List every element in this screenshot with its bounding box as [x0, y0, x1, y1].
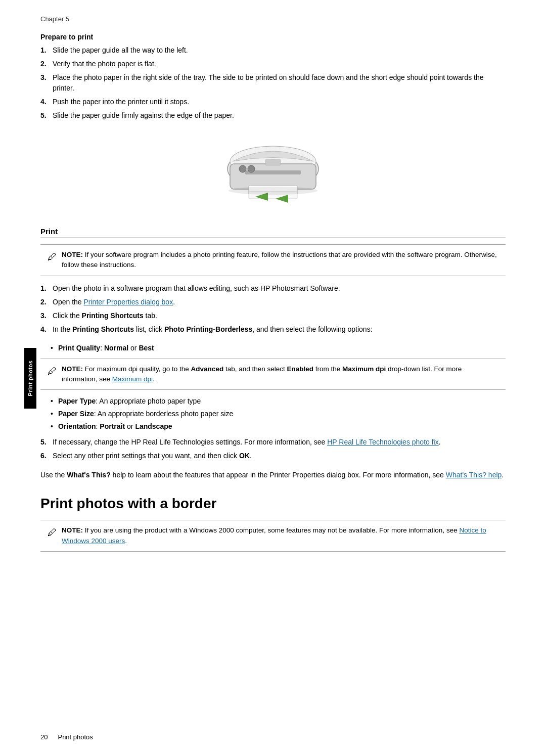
prepare-heading: Prepare to print — [40, 33, 506, 41]
border-note-text: NOTE: If you are using the product with … — [62, 525, 498, 546]
step-num: 6. — [40, 451, 53, 461]
step-text: Open the photo in a software program tha… — [53, 283, 506, 294]
prepare-step-4: 4. Push the paper into the printer until… — [40, 97, 506, 107]
step-num: 5. — [40, 437, 53, 448]
note-label: NOTE: — [62, 251, 83, 258]
step-text: Place the photo paper in the right side … — [53, 72, 506, 94]
print-step-3: 3. Click the Printing Shortcuts tab. — [40, 310, 506, 321]
step-text: Verify that the photo paper is flat. — [53, 59, 506, 69]
bullet-text: Print Quality: Normal or Best — [58, 343, 506, 353]
whats-this-link[interactable]: What's This? help — [446, 471, 502, 479]
step-num: 2. — [40, 297, 53, 307]
border-section-heading: Print photos with a border — [40, 496, 506, 512]
border-note-label: NOTE: — [62, 526, 83, 534]
svg-point-4 — [239, 165, 246, 172]
step-num: 3. — [40, 310, 53, 321]
prepare-step-1: 1. Slide the paper guide all the way to … — [40, 45, 506, 56]
print-note-text: NOTE: If your software program includes … — [62, 250, 498, 271]
sub-note-label: NOTE: — [62, 365, 83, 373]
print-quality-bullets: Print Quality: Normal or Best — [51, 343, 506, 353]
step-num: 4. — [40, 97, 53, 107]
prepare-step-2: 2. Verify that the photo paper is flat. — [40, 59, 506, 69]
note-content: If your software program includes a phot… — [62, 251, 497, 269]
prepare-steps-list: 1. Slide the paper guide all the way to … — [40, 45, 506, 121]
print-heading: Print — [40, 227, 506, 238]
step-text: Click the Printing Shortcuts tab. — [53, 310, 506, 321]
printer-illustration — [217, 131, 329, 212]
windows-2000-link[interactable]: Notice to Windows 2000 users — [62, 526, 486, 544]
maximum-dpi-link[interactable]: Maximum dpi — [112, 375, 153, 383]
print-step-5: 5. If necessary, change the HP Real Life… — [40, 437, 506, 448]
printer-image-area — [40, 131, 506, 212]
svg-point-5 — [248, 165, 255, 172]
step-num: 3. — [40, 72, 53, 94]
page-container: Print photos Chapter 5 Prepare to print … — [0, 0, 546, 756]
border-note-icon: 🖊 — [48, 526, 57, 546]
bullet-print-quality: Print Quality: Normal or Best — [51, 343, 506, 353]
hp-real-life-link[interactable]: HP Real Life Technologies photo fix — [327, 438, 439, 446]
border-note-content: If you are using the product with a Wind… — [62, 526, 486, 544]
step-num: 5. — [40, 110, 53, 121]
print-step-4: 4. In the Printing Shortcuts list, click… — [40, 324, 506, 335]
print-steps-list: 1. Open the photo in a software program … — [40, 283, 506, 335]
bullet-text: Paper Size: An appropriate borderless ph… — [58, 409, 506, 419]
print-steps-5-6: 5. If necessary, change the HP Real Life… — [40, 437, 506, 461]
sub-note-icon: 🖊 — [48, 365, 57, 385]
print-note-box: 🖊 NOTE: If your software program include… — [40, 244, 506, 276]
step-text: Push the paper into the printer until it… — [53, 97, 506, 107]
bullet-orientation: Orientation: Portrait or Landscape — [51, 421, 506, 432]
step-text: In the Printing Shortcuts list, click Ph… — [53, 324, 506, 335]
chapter-label: Chapter 5 — [40, 15, 69, 23]
bullet-paper-size: Paper Size: An appropriate borderless ph… — [51, 409, 506, 419]
print-section: Print 🖊 NOTE: If your software program i… — [40, 227, 506, 480]
bullet-text: Paper Type: An appropriate photo paper t… — [58, 396, 506, 407]
paper-options-bullets: Paper Type: An appropriate photo paper t… — [51, 396, 506, 432]
border-note-box: 🖊 NOTE: If you are using the product wit… — [40, 520, 506, 552]
print-step-6: 6. Select any other print settings that … — [40, 451, 506, 461]
prepare-section: Prepare to print 1. Slide the paper guid… — [40, 33, 506, 121]
note-icon: 🖊 — [48, 250, 57, 271]
svg-rect-6 — [265, 159, 281, 165]
page-header: Chapter 5 — [40, 15, 506, 23]
prepare-step-5: 5. Slide the paper guide firmly against … — [40, 110, 506, 121]
prepare-step-3: 3. Place the photo paper in the right si… — [40, 72, 506, 94]
sub-note-text: NOTE: For maximum dpi quality, go to the… — [62, 364, 498, 385]
step-text: Slide the paper guide firmly against the… — [53, 110, 506, 121]
bullet-text: Orientation: Portrait or Landscape — [58, 421, 506, 432]
step-num: 1. — [40, 283, 53, 294]
step-text: Select any other print settings that you… — [53, 451, 506, 461]
sub-note-box: 🖊 NOTE: For maximum dpi quality, go to t… — [40, 359, 506, 390]
step-num: 2. — [40, 59, 53, 69]
sub-note-content: For maximum dpi quality, go to the Advan… — [62, 365, 462, 383]
page-footer: 20 Print photos — [40, 733, 506, 741]
printer-properties-link[interactable]: Printer Properties dialog box — [84, 298, 173, 306]
step-text: If necessary, change the HP Real Life Te… — [53, 437, 506, 448]
page-number: 20 — [40, 733, 48, 741]
closing-paragraph: Use the What's This? help to learn about… — [40, 469, 506, 480]
print-step-1: 1. Open the photo in a software program … — [40, 283, 506, 294]
print-step-2: 2. Open the Printer Properties dialog bo… — [40, 297, 506, 307]
step-text: Open the Printer Properties dialog box. — [53, 297, 506, 307]
bullet-paper-type: Paper Type: An appropriate photo paper t… — [51, 396, 506, 407]
step-num: 4. — [40, 324, 53, 335]
side-tab: Print photos — [24, 348, 36, 409]
border-section: Print photos with a border 🖊 NOTE: If yo… — [40, 496, 506, 552]
side-tab-label: Print photos — [27, 360, 33, 396]
step-num: 1. — [40, 45, 53, 56]
footer-label: Print photos — [58, 733, 93, 741]
svg-point-11 — [229, 187, 317, 195]
step-text: Slide the paper guide all the way to the… — [53, 45, 506, 56]
